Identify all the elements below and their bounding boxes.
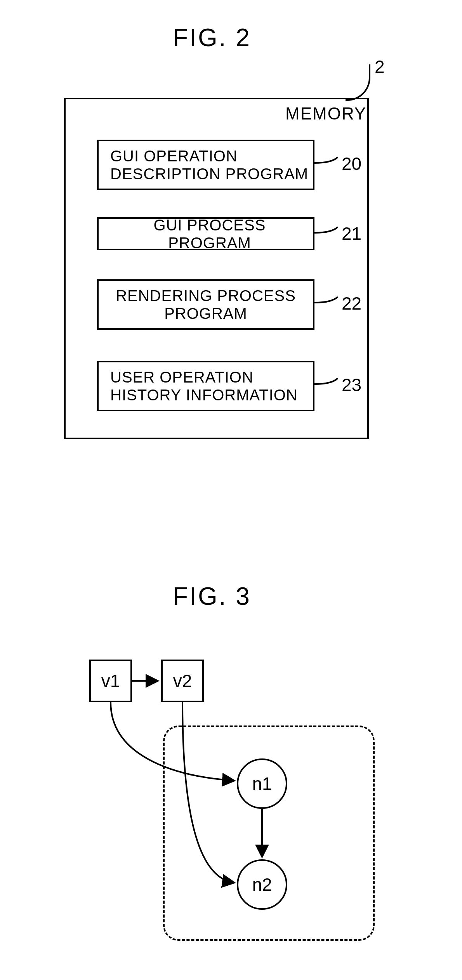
fig3-arrows: [0, 0, 462, 980]
